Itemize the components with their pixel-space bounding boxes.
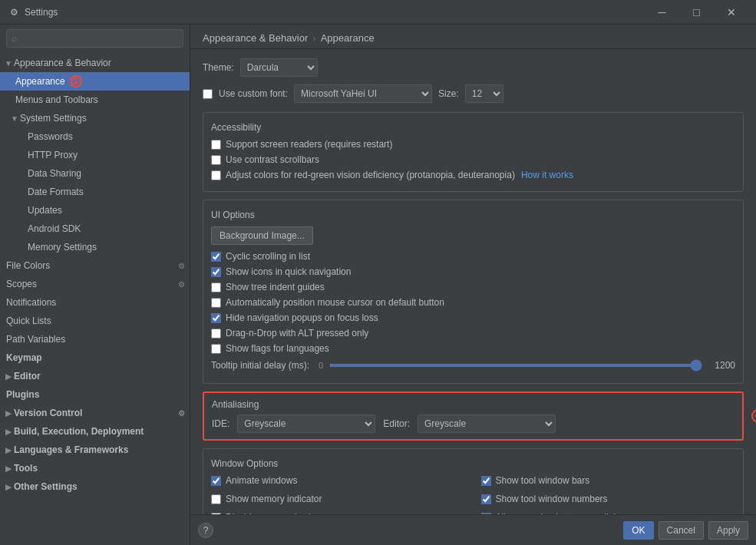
expand-arrow: ▶ [3, 464, 14, 473]
sidebar-item-quick-lists[interactable]: Quick Lists [0, 312, 190, 330]
annotation-circle-2: ② [751, 409, 756, 423]
sidebar-item-label: Quick Lists [6, 315, 51, 326]
sidebar-item-keymap[interactable]: Keymap [0, 348, 190, 367]
size-select[interactable]: 10 11 12 13 14 [465, 84, 503, 103]
auto-mouse-row: Automatically position mouse cursor on d… [211, 297, 735, 308]
font-select[interactable]: Microsoft YaHei UI Arial Segoe UI [294, 84, 432, 103]
sidebar-item-appearance[interactable]: Appearance ① [0, 72, 190, 91]
version-control-icon: ⚙ [178, 409, 185, 418]
contrast-scrollbars-label[interactable]: Use contrast scrollbars [211, 154, 319, 165]
bottom-bar: ? OK Cancel Apply [190, 514, 756, 545]
title-bar: ⚙ Settings ─ □ ✕ [0, 0, 756, 25]
sidebar-item-build-execution[interactable]: ▶ Build, Execution, Deployment [0, 422, 190, 441]
antialiasing-row: IDE: None Greyscale Subpixel Editor: Non… [212, 415, 735, 433]
sidebar-item-label: Menus and Toolbars [15, 94, 98, 105]
animate-windows-checkbox[interactable] [211, 476, 221, 486]
sidebar: ▼ Appearance & Behavior Appearance ① Men… [0, 25, 190, 545]
tree-indent-checkbox[interactable] [211, 282, 221, 292]
auto-mouse-checkbox[interactable] [211, 298, 221, 308]
show-icons-nav-checkbox[interactable] [211, 267, 221, 277]
hide-nav-popups-checkbox[interactable] [211, 313, 221, 323]
sidebar-item-label: Notifications [6, 297, 56, 308]
sidebar-item-label: Scopes [6, 279, 37, 289]
maximize-button[interactable]: □ [679, 0, 714, 25]
breadcrumb-current: Appearance [321, 32, 375, 44]
sidebar-item-scopes[interactable]: Scopes ⚙ [0, 275, 190, 293]
ui-options-section: UI Options Background Image... Cyclic sc… [203, 200, 744, 384]
tooltip-max: 1200 [708, 360, 735, 371]
accessibility-screen-readers-row: Support screen readers (requires restart… [211, 139, 735, 150]
sidebar-item-label: Other Settings [14, 481, 78, 492]
sidebar-item-data-sharing[interactable]: Data Sharing [0, 164, 190, 183]
sidebar-item-date-formats[interactable]: Date Formats [0, 183, 190, 201]
window-options-grid: Animate windows Show tool window bars Sh… [211, 475, 735, 514]
sidebar-item-languages-frameworks[interactable]: ▶ Languages & Frameworks [0, 441, 190, 459]
sidebar-item-system-settings[interactable]: ▼ System Settings [0, 109, 190, 127]
close-button[interactable]: ✕ [714, 0, 748, 25]
sidebar-item-android-sdk[interactable]: Android SDK [0, 220, 190, 238]
screen-readers-checkbox[interactable] [211, 140, 221, 150]
font-row: Use custom font: Microsoft YaHei UI Aria… [203, 84, 744, 103]
sidebar-item-tools[interactable]: ▶ Tools [0, 459, 190, 477]
cancel-button[interactable]: Cancel [659, 521, 704, 540]
background-image-button[interactable]: Background Image... [211, 226, 313, 245]
expand-arrow: ▶ [3, 446, 14, 454]
red-green-checkbox[interactable] [211, 170, 221, 180]
sidebar-item-memory-settings[interactable]: Memory Settings [0, 238, 190, 256]
apply-button[interactable]: Apply [708, 521, 748, 540]
breadcrumb-separator: › [312, 32, 315, 44]
sidebar-item-editor[interactable]: ▶ Editor [0, 367, 190, 385]
sidebar-item-version-control[interactable]: ▶ Version Control ⚙ [0, 404, 190, 422]
search-box[interactable] [6, 29, 183, 48]
how-it-works-link[interactable]: How it works [521, 170, 573, 180]
expand-arrow: ▶ [3, 428, 14, 436]
theme-label: Theme: [203, 62, 234, 73]
memory-indicator-checkbox[interactable] [211, 494, 221, 504]
sidebar-item-label: Android SDK [28, 223, 81, 234]
sidebar-item-label: File Colors [6, 260, 50, 271]
sidebar-item-file-colors[interactable]: File Colors ⚙ [0, 256, 190, 275]
sidebar-item-path-variables[interactable]: Path Variables [0, 330, 190, 348]
hide-nav-popups-row: Hide navigation popups on focus loss [211, 312, 735, 323]
drag-n-drop-checkbox[interactable] [211, 329, 221, 339]
search-input[interactable] [12, 33, 178, 44]
sidebar-tree: ▼ Appearance & Behavior Appearance ① Men… [0, 52, 190, 545]
ok-button[interactable]: OK [623, 521, 653, 540]
show-flags-checkbox[interactable] [211, 344, 221, 354]
sidebar-item-label: Tools [14, 463, 38, 474]
expand-arrow: ▼ [3, 59, 14, 68]
editor-aa-select[interactable]: None Greyscale Subpixel [418, 415, 556, 433]
sidebar-item-http-proxy[interactable]: HTTP Proxy [0, 146, 190, 164]
cyclic-scroll-row: Cyclic scrolling in list [211, 251, 735, 262]
sidebar-item-other-settings[interactable]: ▶ Other Settings [0, 477, 190, 496]
ide-aa-select[interactable]: None Greyscale Subpixel [237, 415, 375, 433]
sidebar-item-label: Date Formats [28, 187, 84, 197]
theme-select[interactable]: Darcula IntelliJ High contrast [240, 58, 318, 77]
sidebar-item-updates[interactable]: Updates [0, 201, 190, 220]
screen-readers-label[interactable]: Support screen readers (requires restart… [211, 139, 392, 150]
custom-font-checkbox[interactable] [203, 89, 213, 99]
contrast-scrollbars-checkbox[interactable] [211, 155, 221, 165]
sidebar-item-label: Passwords [28, 131, 73, 142]
content-area: Appearance & Behavior › Appearance Theme… [190, 25, 756, 545]
show-flags-row: Show flags for languages [211, 343, 735, 354]
animate-windows-row: Animate windows [211, 475, 466, 486]
sidebar-item-passwords[interactable]: Passwords [0, 127, 190, 146]
bottom-left: ? [198, 523, 213, 538]
sidebar-item-appearance-behavior[interactable]: ▼ Appearance & Behavior [0, 54, 190, 72]
tool-window-numbers-checkbox[interactable] [481, 494, 491, 504]
sidebar-item-plugins[interactable]: Plugins [0, 385, 190, 404]
tool-window-bars-checkbox[interactable] [481, 476, 491, 486]
cyclic-scroll-checkbox[interactable] [211, 252, 221, 262]
tooltip-slider[interactable] [329, 364, 702, 367]
minimize-button[interactable]: ─ [645, 0, 679, 25]
sidebar-item-label: Version Control [14, 408, 82, 418]
sidebar-item-label: Memory Settings [28, 242, 97, 253]
editor-label: Editor: [383, 418, 410, 429]
help-button[interactable]: ? [198, 523, 213, 538]
sidebar-item-menus-toolbars[interactable]: Menus and Toolbars [0, 91, 190, 109]
sidebar-item-notifications[interactable]: Notifications [0, 293, 190, 312]
accessibility-header: Accessibility [211, 122, 735, 133]
red-green-label[interactable]: Adjust colors for red-green vision defic… [211, 170, 515, 180]
accessibility-section: Accessibility Support screen readers (re… [203, 112, 744, 192]
